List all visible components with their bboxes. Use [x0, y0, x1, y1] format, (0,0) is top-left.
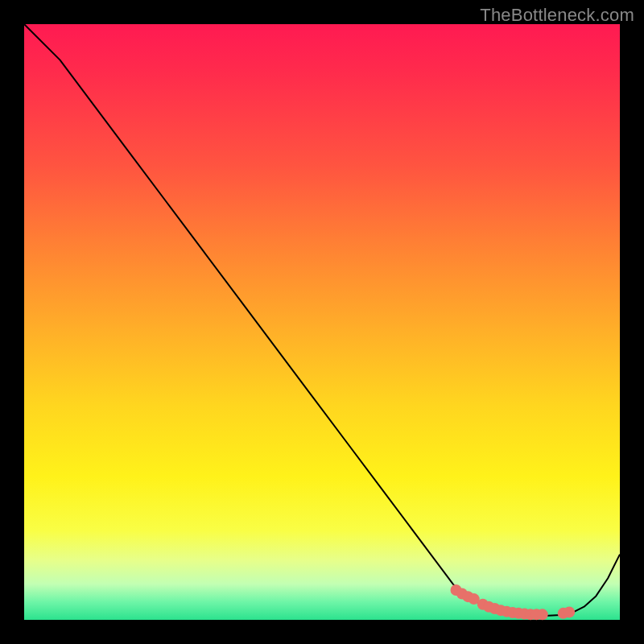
data-point	[564, 606, 575, 617]
chart-svg	[24, 24, 620, 620]
plot-area	[24, 24, 620, 620]
curve-path	[24, 24, 620, 616]
attribution-text: TheBottleneck.com	[480, 5, 634, 26]
line-series	[24, 24, 620, 616]
chart-frame: TheBottleneck.com	[0, 0, 644, 644]
data-point	[537, 609, 548, 620]
